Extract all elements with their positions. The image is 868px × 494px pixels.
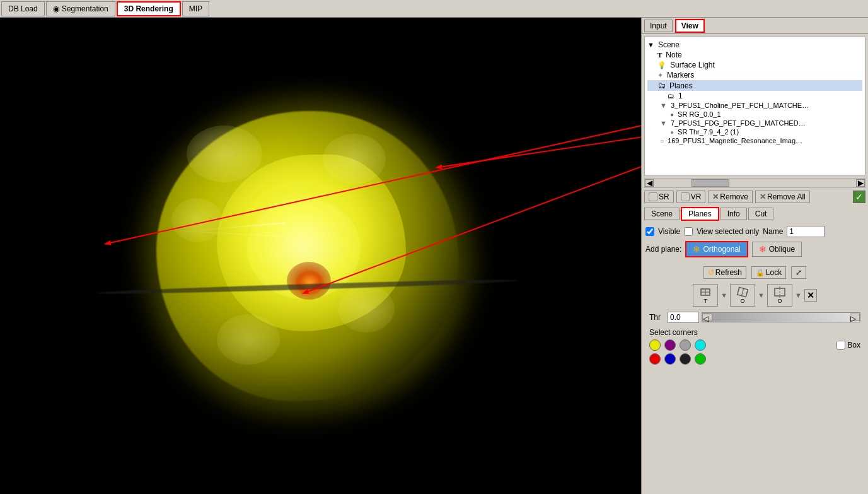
corner-purple[interactable] bbox=[664, 339, 676, 351]
vr-button[interactable]: VR bbox=[676, 191, 706, 203]
sub-tab-cut[interactable]: Cut bbox=[748, 208, 774, 220]
remove-button[interactable]: ✕ Remove bbox=[708, 191, 753, 203]
svg-line-8 bbox=[741, 288, 743, 296]
tree-item-1[interactable]: 🗂 1 bbox=[647, 91, 862, 101]
refresh-button[interactable]: ↺ Refresh bbox=[703, 266, 746, 279]
tab-mip[interactable]: MIP bbox=[182, 1, 209, 16]
top-tab-bar: DB Load ◉ Segmentation 3D Rendering MIP bbox=[0, 0, 868, 18]
plane-tool-1[interactable]: T bbox=[693, 284, 718, 307]
pfus1-169-icon: ○ bbox=[660, 138, 664, 144]
tree-item-note[interactable]: T Note bbox=[647, 50, 862, 60]
plane-tool-3-icon bbox=[774, 286, 785, 298]
3d-viewport[interactable] bbox=[0, 18, 641, 494]
name-label: Name bbox=[763, 227, 783, 236]
brain-render bbox=[119, 73, 497, 439]
plane1-icon: 🗂 bbox=[668, 92, 674, 100]
note-icon: T bbox=[657, 51, 662, 59]
segmentation-icon: ◉ bbox=[53, 4, 59, 13]
sr-button[interactable]: SR bbox=[644, 191, 674, 203]
tab-db-load[interactable]: DB Load bbox=[1, 1, 45, 16]
visible-label: Visible bbox=[658, 227, 680, 236]
thr-slider[interactable]: ◁ ▷ bbox=[702, 312, 860, 322]
corner-yellow[interactable] bbox=[649, 339, 661, 351]
resize-button[interactable]: ⤢ bbox=[791, 266, 806, 279]
refresh-icon: ↺ bbox=[708, 268, 714, 277]
corner-gray[interactable] bbox=[680, 339, 691, 351]
scene-tree[interactable]: ▼ Scene T Note 💡 Surface Light bbox=[644, 37, 865, 175]
thr-input[interactable] bbox=[668, 312, 699, 323]
tree-item-sr-thr[interactable]: ● SR Thr_7.9_4_2 (1) bbox=[647, 127, 862, 136]
scroll-right-btn[interactable]: ▶ bbox=[856, 179, 865, 187]
name-input[interactable] bbox=[787, 226, 825, 237]
corner-blue[interactable] bbox=[664, 353, 676, 365]
action-buttons-row: SR VR ✕ Remove ✕ Remove All ✓ bbox=[642, 188, 868, 206]
toolbar-row: ↺ Refresh 🔒 Lock ⤢ bbox=[645, 264, 864, 281]
tree-item-planes[interactable]: 🗂 Planes bbox=[647, 80, 862, 91]
ortho-snowflake-icon: ❄ bbox=[693, 244, 700, 254]
dropdown-arrow-3[interactable]: ▼ bbox=[795, 291, 802, 299]
close-plane-button[interactable]: ✕ bbox=[804, 289, 817, 302]
tab-view[interactable]: View bbox=[675, 19, 705, 33]
tree-item-markers[interactable]: ✦ Markers bbox=[647, 70, 862, 80]
sr-icon bbox=[649, 192, 657, 201]
icon-button-group: T ▼ O ▼ bbox=[645, 284, 864, 307]
add-plane-row: Add plane: ❄ Orthogonal ❄ Oblique bbox=[645, 241, 864, 257]
tree-item-3pfus1[interactable]: ▼ 3_PFUS1_Choline_PET_FCH_I_MATCHED_to_M bbox=[647, 101, 862, 110]
tree-item-sr-rg[interactable]: ● SR RG_0.0_1 bbox=[647, 110, 862, 119]
plane-tool-2-label: O bbox=[741, 298, 745, 304]
dropdown-arrow-2[interactable]: ▼ bbox=[758, 291, 765, 299]
orthogonal-button[interactable]: ❄ Orthogonal bbox=[685, 241, 748, 257]
tree-item-169pfus1[interactable]: ○ 169_PFUS1_Magnetic_Resonance_Image_MRI… bbox=[647, 136, 862, 145]
light-icon: 💡 bbox=[657, 61, 666, 69]
corner-red[interactable] bbox=[649, 353, 661, 365]
pfus1-7-expand-icon: ▼ bbox=[660, 119, 667, 127]
oblique-snowflake-icon: ❄ bbox=[759, 244, 767, 254]
view-selected-only-label: View selected only bbox=[697, 227, 759, 236]
plane-tool-2[interactable]: O bbox=[730, 284, 755, 307]
plane-tool-3[interactable]: O bbox=[767, 284, 792, 307]
add-plane-label: Add plane: bbox=[645, 245, 681, 254]
thr-slider-min[interactable]: ◁ bbox=[702, 314, 712, 321]
scene-expand-icon: ▼ bbox=[647, 41, 654, 49]
tree-item-scene[interactable]: ▼ Scene bbox=[647, 40, 862, 50]
markers-icon: ✦ bbox=[657, 71, 663, 79]
tab-3d-rendering[interactable]: 3D Rendering bbox=[117, 1, 181, 16]
box-checkbox-container: Box bbox=[836, 341, 860, 350]
planes-content: Visible View selected only Name Add plan… bbox=[642, 222, 868, 494]
dropdown-arrow-1[interactable]: ▼ bbox=[720, 291, 727, 299]
tree-scrollbar[interactable]: ◀ ▶ bbox=[644, 178, 865, 188]
tab-input[interactable]: Input bbox=[644, 20, 673, 32]
thr-slider-max[interactable]: ▷ bbox=[850, 314, 860, 321]
tree-item-surface-light[interactable]: 💡 Surface Light bbox=[647, 60, 862, 70]
plane-tool-3-label: O bbox=[777, 298, 782, 304]
view-selected-only-checkbox[interactable] bbox=[684, 227, 693, 236]
corners-row-2 bbox=[645, 352, 864, 366]
sub-tab-bar: Scene Planes Info Cut bbox=[642, 206, 868, 222]
oblique-button[interactable]: ❄ Oblique bbox=[752, 242, 802, 257]
lock-button[interactable]: 🔒 Lock bbox=[751, 266, 786, 279]
sub-tab-info[interactable]: Info bbox=[720, 208, 747, 220]
tree-item-7pfus1[interactable]: ▼ 7_PFUS1_FDG_PET_FDG_I_MATCHED_to_MRI_ bbox=[647, 119, 862, 127]
right-panel: Input View ▼ Scene T Note bbox=[641, 18, 868, 494]
plane-tool-2-icon bbox=[737, 286, 748, 298]
sub-tab-planes[interactable]: Planes bbox=[681, 207, 719, 221]
box-checkbox[interactable] bbox=[836, 341, 845, 350]
visible-checkbox[interactable] bbox=[645, 227, 654, 236]
planes-icon: 🗂 bbox=[657, 81, 666, 90]
corner-cyan[interactable] bbox=[695, 339, 706, 351]
resize-icon: ⤢ bbox=[796, 268, 802, 277]
sub-tab-scene[interactable]: Scene bbox=[644, 208, 680, 220]
pfus1-expand-icon: ▼ bbox=[660, 102, 667, 109]
sr-thr-icon: ● bbox=[670, 129, 674, 136]
sr-rg-icon: ● bbox=[670, 111, 674, 118]
green-check-btn[interactable]: ✓ bbox=[853, 191, 865, 203]
corner-black[interactable] bbox=[680, 353, 691, 365]
thr-row: Thr ◁ ▷ bbox=[645, 309, 864, 326]
tab-segmentation[interactable]: ◉ Segmentation bbox=[46, 1, 115, 16]
corners-row-1: Box bbox=[645, 338, 864, 352]
scroll-left-btn[interactable]: ◀ bbox=[645, 179, 654, 187]
visible-row: Visible View selected only Name bbox=[645, 226, 864, 237]
corner-green[interactable] bbox=[695, 353, 706, 365]
scroll-thumb[interactable] bbox=[692, 179, 729, 187]
remove-all-button[interactable]: ✕ Remove All bbox=[755, 191, 810, 203]
